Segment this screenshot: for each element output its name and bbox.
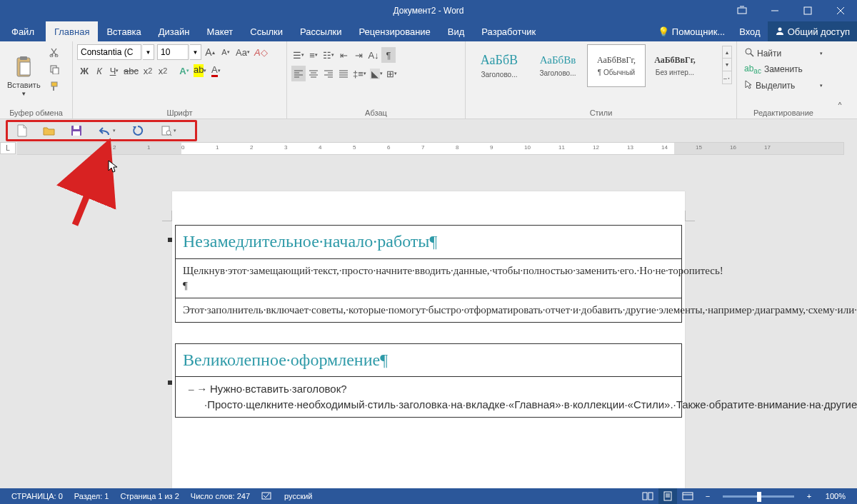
- share-button[interactable]: Общий доступ: [768, 21, 857, 41]
- ribbon-display-options-button[interactable]: [726, 0, 758, 21]
- tab-design[interactable]: Дизайн: [150, 21, 199, 41]
- grow-font-button[interactable]: A▴: [203, 44, 217, 60]
- text-effects-button[interactable]: A▾: [177, 63, 191, 79]
- qat-print-preview-button[interactable]: ▾: [156, 123, 181, 138]
- tab-references[interactable]: Ссылки: [241, 21, 291, 41]
- sort-button[interactable]: A↓: [366, 47, 381, 63]
- group-paragraph: ☰▾ ≡▾ ☷▾ ⇤ ⇥ A↓ ¶: [287, 41, 466, 119]
- superscript-button[interactable]: x2: [156, 63, 170, 79]
- style-item-1[interactable]: АаБбВвЗаголово...: [528, 44, 587, 87]
- qat-undo-button[interactable]: ▾: [95, 123, 119, 138]
- paste-button[interactable]: Вставить ▼: [4, 44, 44, 107]
- tab-mailings[interactable]: Рассылки: [291, 21, 350, 41]
- align-left-button[interactable]: [291, 66, 306, 81]
- svg-point-30: [746, 49, 751, 54]
- font-name-select[interactable]: [77, 44, 141, 60]
- strikethrough-button[interactable]: abc: [122, 63, 140, 79]
- sb-language[interactable]: русский: [279, 492, 318, 500]
- view-web-button[interactable]: [678, 488, 697, 504]
- font-size-dropdown[interactable]: ▼: [190, 44, 201, 60]
- style-item-3[interactable]: АаБбВвГг,Без интер...: [646, 44, 704, 87]
- bullets-button[interactable]: ☰▾: [291, 47, 306, 63]
- tab-review[interactable]: Рецензирование: [350, 21, 438, 41]
- heading-cell-1[interactable]: Незамедлительное·начало·работы¶: [175, 225, 682, 259]
- tab-view[interactable]: Вид: [439, 21, 473, 41]
- style-item-2[interactable]: АаБбВвГг,¶ Обычный: [587, 44, 646, 87]
- change-case-button[interactable]: Aa▾: [234, 44, 251, 60]
- font-size-select[interactable]: [157, 44, 189, 60]
- svg-rect-41: [648, 493, 653, 500]
- view-read-button[interactable]: [638, 488, 657, 504]
- increase-indent-button[interactable]: ⇥: [351, 47, 366, 63]
- tab-file[interactable]: Файл: [0, 21, 46, 41]
- borders-button[interactable]: ⊞▾: [385, 66, 399, 81]
- justify-button[interactable]: [336, 66, 351, 81]
- bullet-marker: [168, 238, 172, 242]
- qat-save-button[interactable]: [68, 123, 85, 138]
- font-name-dropdown[interactable]: ▼: [143, 44, 154, 60]
- decrease-indent-button[interactable]: ⇤: [336, 47, 351, 63]
- styles-row-up[interactable]: ▴: [722, 46, 732, 59]
- signin-button[interactable]: Вход: [732, 21, 767, 41]
- body-cell-3[interactable]: – → Нужно·вставить·заголовок?·Просто·щел…: [175, 376, 682, 418]
- font-color-button[interactable]: A▾: [209, 63, 223, 79]
- collapse-ribbon-button[interactable]: ˄: [830, 41, 850, 119]
- tab-home[interactable]: Главная: [46, 21, 98, 41]
- ribbon-content: Вставить ▼ Буфер обмена ▼ ▼ A▴ A▾ Aa▾ A◇…: [0, 41, 857, 119]
- clear-formatting-button[interactable]: A◇: [253, 44, 269, 60]
- select-button[interactable]: Выделить ▾: [741, 78, 826, 93]
- close-button[interactable]: [824, 0, 857, 21]
- styles-more[interactable]: ⎽▾: [722, 71, 732, 84]
- minimize-button[interactable]: [758, 0, 791, 21]
- copy-button[interactable]: [46, 61, 62, 77]
- italic-button[interactable]: К: [92, 63, 106, 79]
- tab-developer[interactable]: Разработчик: [473, 21, 544, 41]
- shrink-font-button[interactable]: A▾: [219, 44, 233, 60]
- subscript-button[interactable]: x2: [141, 63, 155, 79]
- svg-point-5: [778, 27, 781, 31]
- zoom-out-button[interactable]: −: [698, 488, 717, 504]
- qat-open-button[interactable]: [41, 123, 58, 138]
- zoom-slider[interactable]: [723, 495, 794, 498]
- highlight-button[interactable]: ab▾: [192, 63, 208, 79]
- tell-me-search[interactable]: 💡 Помощник...: [651, 21, 732, 41]
- cut-button[interactable]: [46, 44, 62, 60]
- sb-section[interactable]: Раздел: 1: [69, 492, 115, 500]
- sb-page[interactable]: СТРАНИЦА: 0: [6, 492, 69, 500]
- qat-new-button[interactable]: [14, 123, 31, 138]
- zoom-in-button[interactable]: +: [800, 488, 818, 504]
- align-right-button[interactable]: [321, 66, 336, 81]
- maximize-button[interactable]: [791, 0, 824, 21]
- underline-button[interactable]: Ч▾: [107, 63, 121, 79]
- bold-button[interactable]: Ж: [77, 63, 91, 79]
- sb-page-of[interactable]: Страница 1 из 2: [114, 492, 184, 500]
- style-item-0[interactable]: АаБбВЗаголово...: [470, 44, 528, 87]
- group-editing: Найти ▾ abac Заменить Выделить ▾ Редакти…: [737, 41, 830, 119]
- sb-proofing[interactable]: [256, 490, 279, 502]
- replace-button[interactable]: abac Заменить: [741, 62, 826, 76]
- zoom-level[interactable]: 100%: [820, 492, 851, 500]
- view-print-button[interactable]: [658, 488, 677, 504]
- styles-row-down[interactable]: ▾: [722, 59, 732, 71]
- format-painter-button[interactable]: [46, 79, 62, 94]
- svg-line-31: [751, 54, 753, 56]
- numbering-button[interactable]: ≡▾: [306, 47, 321, 63]
- align-center-button[interactable]: [306, 66, 321, 81]
- heading-cell-2[interactable]: Великолепное·оформление¶: [175, 343, 682, 378]
- tab-insert[interactable]: Вставка: [98, 21, 149, 41]
- cursor-icon: [744, 79, 753, 91]
- show-hide-button[interactable]: ¶: [381, 47, 396, 63]
- tab-layout[interactable]: Макет: [198, 21, 241, 41]
- page[interactable]: Незамедлительное·начало·работы¶ Щелкнув·…: [172, 191, 685, 488]
- search-icon: [744, 47, 754, 59]
- multilevel-button[interactable]: ☷▾: [321, 47, 336, 63]
- sb-words[interactable]: Число слов: 247: [185, 492, 256, 500]
- ribbon-tabs: Файл Главная Вставка Дизайн Макет Ссылки…: [0, 21, 857, 41]
- shading-button[interactable]: ◣▾: [369, 66, 384, 81]
- body-cell-1[interactable]: Щелкнув·этот·замещающий·текст,·просто·на…: [175, 258, 682, 298]
- qat-repeat-button[interactable]: [129, 123, 146, 138]
- body-cell-2[interactable]: Этот·заполнитель·включает·советы,·которы…: [175, 298, 682, 323]
- line-spacing-button[interactable]: ‡≡▾: [351, 66, 368, 81]
- find-button[interactable]: Найти ▾: [741, 46, 826, 61]
- horizontal-ruler[interactable]: 2101234567891011121314151617: [17, 142, 844, 155]
